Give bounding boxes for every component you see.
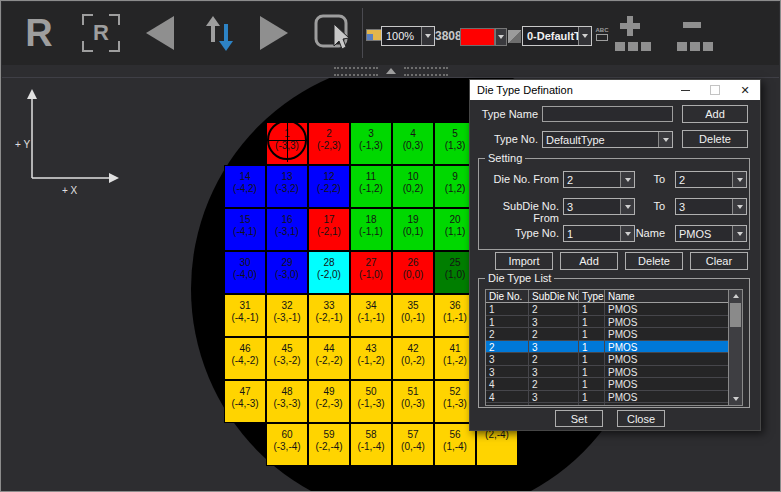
die-type-select[interactable]: 0-DefaultType	[522, 26, 592, 46]
reset-button[interactable]: R	[16, 2, 62, 64]
next-button[interactable]	[252, 2, 296, 64]
die-cell[interactable]: 59(-2,-4)	[308, 423, 350, 466]
table-cell: 2	[529, 403, 579, 405]
die-cell[interactable]: 11(-1,2)	[350, 165, 392, 208]
delete-type-button[interactable]: Delete	[682, 130, 748, 148]
select-tool-button[interactable]	[310, 2, 356, 64]
die-coord: (0,-4)	[393, 441, 433, 453]
scroll-up-icon[interactable]	[729, 290, 742, 302]
die-cell[interactable]: 43(-1,-2)	[350, 337, 392, 380]
type-no-select[interactable]: DefaultType	[542, 131, 673, 148]
previous-button[interactable]	[138, 2, 182, 64]
die-cell[interactable]: 29(-3,0)	[266, 251, 308, 294]
die-coord: (-3,0)	[267, 269, 307, 281]
minimize-button[interactable]	[670, 80, 700, 100]
zoom-tool-icon[interactable]	[366, 29, 382, 41]
die-cell[interactable]: 1(-3,3)	[266, 122, 308, 165]
die-cell[interactable]: 46(-4,-2)	[224, 337, 266, 380]
die-cell[interactable]: 28(-2,0)	[308, 251, 350, 294]
updown-button[interactable]	[200, 2, 240, 64]
die-cell[interactable]: 47(-4,-3)	[224, 380, 266, 423]
table-row[interactable]: 231PMOS	[486, 341, 728, 354]
setting-type-select[interactable]: 1	[563, 225, 635, 242]
table-row[interactable]: 221PMOS	[486, 328, 728, 341]
table-row[interactable]: 521PMOS	[486, 403, 728, 405]
dialog-close-button[interactable]: Close	[617, 410, 665, 427]
abc-box-icon	[596, 34, 608, 41]
die-cell[interactable]: 51(0,-3)	[392, 380, 434, 423]
die-cell[interactable]: 17(-2,1)	[308, 208, 350, 251]
die-cell[interactable]: 60(-3,-4)	[266, 423, 308, 466]
die-cell[interactable]: 58(-1,-4)	[350, 423, 392, 466]
table-row[interactable]: 431PMOS	[486, 391, 728, 404]
die-cell[interactable]: 4(0,3)	[392, 122, 434, 165]
remove-row-button[interactable]	[677, 17, 713, 51]
table-row[interactable]: 421PMOS	[486, 378, 728, 391]
zoom-level-select[interactable]: 100%	[381, 26, 435, 46]
die-cell[interactable]: 48(-3,-3)	[266, 380, 308, 423]
dialog-titlebar[interactable]: Die Type Defination ✕	[470, 80, 760, 100]
fill-pattern-button[interactable]	[508, 30, 521, 43]
table-scrollbar[interactable]	[728, 290, 742, 405]
die-from-select[interactable]: 2	[563, 171, 635, 188]
die-number: 2	[309, 128, 349, 140]
add-entry-button[interactable]: Add	[560, 252, 618, 270]
die-cell[interactable]: 42(0,-2)	[392, 337, 434, 380]
die-number: 11	[351, 171, 391, 183]
subdie-from-select[interactable]: 3	[563, 198, 635, 215]
die-cell[interactable]: 30(-4,0)	[224, 251, 266, 294]
splitter-grip-icon	[404, 67, 448, 76]
scroll-down-icon[interactable]	[729, 393, 742, 405]
die-cell[interactable]: 49(-2,-3)	[308, 380, 350, 423]
die-cell[interactable]: 2(-2,3)	[308, 122, 350, 165]
table-row[interactable]: 331PMOS	[486, 366, 728, 379]
die-coord: (-3,1)	[267, 226, 307, 238]
splitter-handle[interactable]	[2, 65, 779, 78]
color-swatch-button[interactable]	[460, 28, 495, 46]
set-button[interactable]: Set	[555, 410, 603, 427]
die-cell[interactable]: 26(0,0)	[392, 251, 434, 294]
delete-entry-button[interactable]: Delete	[625, 252, 683, 270]
add-row-button[interactable]	[615, 17, 651, 51]
die-cell[interactable]: 32(-3,-1)	[266, 294, 308, 337]
close-button[interactable]: ✕	[730, 80, 760, 100]
name-select[interactable]: PMOS	[675, 225, 747, 242]
table-row[interactable]: 131PMOS	[486, 316, 728, 329]
die-cell[interactable]: 3(-1,3)	[350, 122, 392, 165]
maximize-button[interactable]	[700, 80, 730, 100]
table-row[interactable]: 121PMOS	[486, 303, 728, 316]
die-cell[interactable]: 34(-1,-1)	[350, 294, 392, 337]
die-cell[interactable]: 33(-2,-1)	[308, 294, 350, 337]
table-cell: 2	[486, 328, 529, 340]
die-cell[interactable]: 10(0,2)	[392, 165, 434, 208]
die-cell[interactable]: 31(-4,-1)	[224, 294, 266, 337]
import-button[interactable]: Import	[495, 252, 553, 270]
die-cell[interactable]: 18(-1,1)	[350, 208, 392, 251]
minus-icon	[683, 22, 701, 28]
die-cell[interactable]: 14(-4,2)	[224, 165, 266, 208]
die-cell[interactable]: 35(0,-1)	[392, 294, 434, 337]
die-cell[interactable]: 15(-4,1)	[224, 208, 266, 251]
die-cell[interactable]: 19(0,1)	[392, 208, 434, 251]
table-row[interactable]: 321PMOS	[486, 353, 728, 366]
die-cell[interactable]: 44(-2,-2)	[308, 337, 350, 380]
type-name-input[interactable]	[542, 106, 673, 122]
scroll-thumb[interactable]	[730, 303, 741, 327]
die-number: 32	[267, 300, 307, 312]
subdie-to-select[interactable]: 3	[675, 198, 747, 215]
clear-button[interactable]: Clear	[690, 252, 748, 270]
die-to-select[interactable]: 2	[675, 171, 747, 188]
die-cell[interactable]: 12(-2,2)	[308, 165, 350, 208]
die-cell[interactable]: 57(0,-4)	[392, 423, 434, 466]
die-cell[interactable]: 45(-3,-2)	[266, 337, 308, 380]
die-cell[interactable]: 50(-1,-3)	[350, 380, 392, 423]
setting-type-value: 1	[564, 226, 620, 241]
color-swatch-dropdown[interactable]	[495, 28, 507, 46]
die-cell[interactable]: 13(-3,2)	[266, 165, 308, 208]
die-cell[interactable]: 16(-3,1)	[266, 208, 308, 251]
splitter-triangle-icon	[386, 68, 396, 74]
die-cell[interactable]: 27(-1,0)	[350, 251, 392, 294]
add-type-button[interactable]: Add	[682, 105, 748, 123]
reset-frame-button[interactable]: R	[78, 2, 124, 64]
label-abc-button[interactable]: ABC	[594, 27, 610, 41]
